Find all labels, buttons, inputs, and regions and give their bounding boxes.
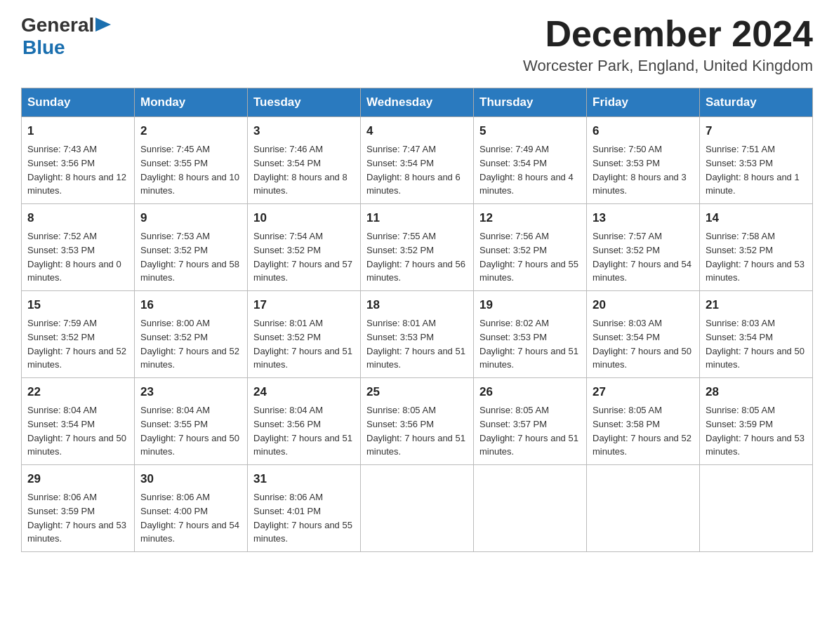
calendar-day-cell: 4Sunrise: 7:47 AMSunset: 3:54 PMDaylight… bbox=[361, 117, 474, 204]
calendar-day-cell: 21Sunrise: 8:03 AMSunset: 3:54 PMDayligh… bbox=[700, 291, 813, 378]
page-header: General Blue December 2024 Worcester Par… bbox=[21, 14, 813, 75]
day-info: Sunrise: 8:06 AMSunset: 4:00 PMDaylight:… bbox=[140, 492, 239, 544]
weekday-header: Sunday bbox=[22, 88, 135, 117]
day-info: Sunrise: 7:43 AMSunset: 3:56 PMDaylight:… bbox=[27, 144, 126, 196]
logo-general-text: General bbox=[21, 14, 94, 36]
day-info: Sunrise: 7:54 AMSunset: 3:52 PMDaylight:… bbox=[253, 231, 352, 283]
calendar-day-cell: 18Sunrise: 8:01 AMSunset: 3:53 PMDayligh… bbox=[361, 291, 474, 378]
day-number: 18 bbox=[366, 297, 468, 314]
day-number: 25 bbox=[366, 384, 468, 401]
day-number: 14 bbox=[706, 210, 807, 227]
day-info: Sunrise: 7:53 AMSunset: 3:52 PMDaylight:… bbox=[140, 231, 239, 283]
day-number: 13 bbox=[593, 210, 694, 227]
day-number: 1 bbox=[27, 123, 128, 140]
day-number: 4 bbox=[366, 123, 468, 140]
calendar-week-row: 15Sunrise: 7:59 AMSunset: 3:52 PMDayligh… bbox=[22, 291, 813, 378]
day-info: Sunrise: 7:56 AMSunset: 3:52 PMDaylight:… bbox=[479, 231, 578, 283]
calendar-day-cell: 20Sunrise: 8:03 AMSunset: 3:54 PMDayligh… bbox=[587, 291, 700, 378]
day-info: Sunrise: 8:00 AMSunset: 3:52 PMDaylight:… bbox=[140, 318, 239, 370]
logo: General Blue bbox=[21, 14, 111, 59]
calendar-day-cell bbox=[474, 465, 587, 552]
day-number: 6 bbox=[593, 123, 694, 140]
day-info: Sunrise: 7:57 AMSunset: 3:52 PMDaylight:… bbox=[593, 231, 691, 283]
day-info: Sunrise: 8:06 AMSunset: 3:59 PMDaylight:… bbox=[27, 492, 126, 544]
calendar-day-cell: 28Sunrise: 8:05 AMSunset: 3:59 PMDayligh… bbox=[700, 378, 813, 465]
day-number: 7 bbox=[706, 123, 807, 140]
calendar-day-cell: 27Sunrise: 8:05 AMSunset: 3:58 PMDayligh… bbox=[587, 378, 700, 465]
day-number: 28 bbox=[706, 384, 807, 401]
day-number: 29 bbox=[27, 471, 128, 488]
day-number: 2 bbox=[140, 123, 241, 140]
day-number: 5 bbox=[479, 123, 581, 140]
calendar-week-row: 1Sunrise: 7:43 AMSunset: 3:56 PMDaylight… bbox=[22, 117, 813, 204]
calendar-day-cell: 15Sunrise: 7:59 AMSunset: 3:52 PMDayligh… bbox=[22, 291, 135, 378]
calendar-week-row: 8Sunrise: 7:52 AMSunset: 3:53 PMDaylight… bbox=[22, 204, 813, 291]
calendar-day-cell: 16Sunrise: 8:00 AMSunset: 3:52 PMDayligh… bbox=[135, 291, 248, 378]
day-number: 11 bbox=[366, 210, 468, 227]
day-number: 31 bbox=[253, 471, 355, 488]
day-info: Sunrise: 7:52 AMSunset: 3:53 PMDaylight:… bbox=[27, 231, 121, 283]
day-number: 10 bbox=[253, 210, 355, 227]
day-number: 26 bbox=[479, 384, 581, 401]
day-number: 16 bbox=[140, 297, 241, 314]
day-number: 15 bbox=[27, 297, 128, 314]
day-info: Sunrise: 8:04 AMSunset: 3:55 PMDaylight:… bbox=[140, 405, 239, 457]
calendar-day-cell: 25Sunrise: 8:05 AMSunset: 3:56 PMDayligh… bbox=[361, 378, 474, 465]
day-info: Sunrise: 8:05 AMSunset: 3:58 PMDaylight:… bbox=[593, 405, 691, 457]
day-number: 30 bbox=[140, 471, 241, 488]
calendar-day-cell: 31Sunrise: 8:06 AMSunset: 4:01 PMDayligh… bbox=[248, 465, 361, 552]
day-info: Sunrise: 8:03 AMSunset: 3:54 PMDaylight:… bbox=[706, 318, 805, 370]
weekday-header: Wednesday bbox=[361, 88, 474, 117]
calendar-header-row: SundayMondayTuesdayWednesdayThursdayFrid… bbox=[22, 88, 813, 117]
calendar-day-cell: 14Sunrise: 7:58 AMSunset: 3:52 PMDayligh… bbox=[700, 204, 813, 291]
calendar-day-cell: 1Sunrise: 7:43 AMSunset: 3:56 PMDaylight… bbox=[22, 117, 135, 204]
day-info: Sunrise: 7:46 AMSunset: 3:54 PMDaylight:… bbox=[253, 144, 348, 196]
calendar-day-cell: 29Sunrise: 8:06 AMSunset: 3:59 PMDayligh… bbox=[22, 465, 135, 552]
calendar-day-cell: 13Sunrise: 7:57 AMSunset: 3:52 PMDayligh… bbox=[587, 204, 700, 291]
calendar-table: SundayMondayTuesdayWednesdayThursdayFrid… bbox=[21, 88, 813, 552]
day-info: Sunrise: 8:01 AMSunset: 3:53 PMDaylight:… bbox=[366, 318, 465, 370]
day-number: 3 bbox=[253, 123, 355, 140]
weekday-header: Monday bbox=[135, 88, 248, 117]
month-title: December 2024 bbox=[523, 14, 813, 54]
calendar-day-cell: 6Sunrise: 7:50 AMSunset: 3:53 PMDaylight… bbox=[587, 117, 700, 204]
day-number: 12 bbox=[479, 210, 581, 227]
weekday-header: Tuesday bbox=[248, 88, 361, 117]
calendar-day-cell: 24Sunrise: 8:04 AMSunset: 3:56 PMDayligh… bbox=[248, 378, 361, 465]
day-info: Sunrise: 8:02 AMSunset: 3:53 PMDaylight:… bbox=[479, 318, 578, 370]
day-info: Sunrise: 7:47 AMSunset: 3:54 PMDaylight:… bbox=[366, 144, 461, 196]
logo-blue-text: Blue bbox=[22, 36, 65, 59]
day-info: Sunrise: 8:01 AMSunset: 3:52 PMDaylight:… bbox=[253, 318, 352, 370]
day-number: 23 bbox=[140, 384, 241, 401]
day-info: Sunrise: 8:06 AMSunset: 4:01 PMDaylight:… bbox=[253, 492, 352, 544]
calendar-week-row: 29Sunrise: 8:06 AMSunset: 3:59 PMDayligh… bbox=[22, 465, 813, 552]
day-info: Sunrise: 7:58 AMSunset: 3:52 PMDaylight:… bbox=[706, 231, 805, 283]
day-info: Sunrise: 7:59 AMSunset: 3:52 PMDaylight:… bbox=[27, 318, 126, 370]
calendar-day-cell: 9Sunrise: 7:53 AMSunset: 3:52 PMDaylight… bbox=[135, 204, 248, 291]
weekday-header: Friday bbox=[587, 88, 700, 117]
day-info: Sunrise: 8:03 AMSunset: 3:54 PMDaylight:… bbox=[593, 318, 691, 370]
day-info: Sunrise: 8:05 AMSunset: 3:56 PMDaylight:… bbox=[366, 405, 465, 457]
calendar-day-cell: 5Sunrise: 7:49 AMSunset: 3:54 PMDaylight… bbox=[474, 117, 587, 204]
calendar-day-cell: 17Sunrise: 8:01 AMSunset: 3:52 PMDayligh… bbox=[248, 291, 361, 378]
calendar-day-cell bbox=[700, 465, 813, 552]
day-info: Sunrise: 7:50 AMSunset: 3:53 PMDaylight:… bbox=[593, 144, 687, 196]
calendar-day-cell: 12Sunrise: 7:56 AMSunset: 3:52 PMDayligh… bbox=[474, 204, 587, 291]
calendar-day-cell: 19Sunrise: 8:02 AMSunset: 3:53 PMDayligh… bbox=[474, 291, 587, 378]
calendar-week-row: 22Sunrise: 8:04 AMSunset: 3:54 PMDayligh… bbox=[22, 378, 813, 465]
logo-arrow-icon bbox=[95, 15, 111, 34]
day-info: Sunrise: 8:05 AMSunset: 3:57 PMDaylight:… bbox=[479, 405, 578, 457]
calendar-day-cell: 22Sunrise: 8:04 AMSunset: 3:54 PMDayligh… bbox=[22, 378, 135, 465]
day-number: 20 bbox=[593, 297, 694, 314]
calendar-day-cell: 23Sunrise: 8:04 AMSunset: 3:55 PMDayligh… bbox=[135, 378, 248, 465]
svg-marker-0 bbox=[95, 18, 111, 32]
day-info: Sunrise: 7:45 AMSunset: 3:55 PMDaylight:… bbox=[140, 144, 239, 196]
day-info: Sunrise: 8:04 AMSunset: 3:54 PMDaylight:… bbox=[27, 405, 126, 457]
day-number: 19 bbox=[479, 297, 581, 314]
calendar-day-cell bbox=[361, 465, 474, 552]
location-title: Worcester Park, England, United Kingdom bbox=[523, 57, 813, 75]
day-number: 8 bbox=[27, 210, 128, 227]
calendar-day-cell: 30Sunrise: 8:06 AMSunset: 4:00 PMDayligh… bbox=[135, 465, 248, 552]
day-info: Sunrise: 7:55 AMSunset: 3:52 PMDaylight:… bbox=[366, 231, 465, 283]
day-number: 17 bbox=[253, 297, 355, 314]
